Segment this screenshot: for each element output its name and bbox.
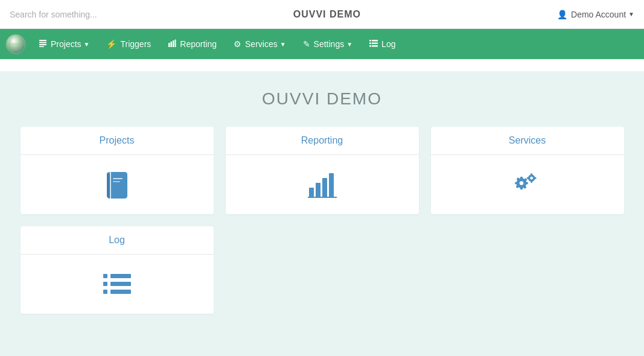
svg-rect-19 bbox=[309, 188, 314, 197]
account-label: Demo Account bbox=[571, 10, 626, 19]
search-input[interactable]: Search for something... bbox=[10, 10, 97, 19]
nav-menu: Projects ▼ ⚡ Triggers Reporting ⚙ Servic… bbox=[31, 36, 403, 53]
settings-nav-icon: ✎ bbox=[303, 39, 310, 49]
user-icon: 👤 bbox=[557, 10, 567, 19]
cards-row-2: Log bbox=[21, 226, 624, 314]
nav-log-label: Log bbox=[381, 39, 395, 49]
svg-rect-16 bbox=[372, 45, 378, 47]
nav-services-label: Services bbox=[245, 39, 278, 49]
services-card-body bbox=[431, 155, 624, 214]
log-nav-icon bbox=[369, 39, 378, 49]
cards-row-1: Projects Reporting bbox=[21, 127, 624, 214]
main-content: OUVVI DEMO Projects Reporting bbox=[0, 71, 644, 332]
projects-card-title: Projects bbox=[21, 127, 214, 155]
svg-rect-17 bbox=[113, 178, 123, 179]
svg-rect-21 bbox=[322, 178, 327, 197]
nav-settings[interactable]: ✎ Settings ▼ bbox=[296, 36, 360, 52]
main-title: OUVVI DEMO bbox=[12, 89, 632, 109]
services-nav-icon: ⚙ bbox=[234, 39, 241, 49]
services-caret-icon: ▼ bbox=[280, 41, 286, 48]
svg-rect-5 bbox=[39, 44, 46, 45]
svg-point-25 bbox=[519, 181, 523, 185]
svg-rect-8 bbox=[171, 42, 173, 47]
log-card-body bbox=[21, 255, 214, 314]
svg-rect-45 bbox=[110, 290, 131, 294]
topbar: Search for something... OUVVI DEMO 👤 Dem… bbox=[0, 0, 644, 29]
svg-point-35 bbox=[530, 177, 533, 180]
services-card[interactable]: Services bbox=[431, 127, 624, 214]
spacer bbox=[0, 59, 644, 71]
app-title: OUVVI DEMO bbox=[293, 9, 361, 20]
svg-rect-15 bbox=[369, 45, 371, 47]
projects-nav-icon bbox=[39, 39, 47, 49]
svg-rect-38 bbox=[531, 173, 532, 176]
svg-rect-42 bbox=[103, 282, 107, 286]
reporting-nav-icon bbox=[168, 39, 176, 49]
nav-reporting-label: Reporting bbox=[180, 39, 217, 49]
svg-rect-36 bbox=[526, 177, 529, 179]
projects-caret-icon: ▼ bbox=[84, 41, 90, 48]
reporting-card-body bbox=[226, 155, 419, 214]
nav-services[interactable]: ⚙ Services ▼ bbox=[226, 36, 293, 52]
svg-rect-3 bbox=[39, 40, 46, 41]
chart-icon bbox=[307, 170, 337, 200]
list-icon bbox=[102, 269, 132, 299]
svg-rect-44 bbox=[103, 290, 107, 294]
svg-rect-26 bbox=[515, 182, 519, 184]
svg-rect-14 bbox=[372, 42, 378, 44]
account-menu[interactable]: 👤 Demo Account ▼ bbox=[557, 10, 634, 19]
svg-rect-43 bbox=[110, 282, 131, 286]
gears-icon bbox=[512, 170, 543, 200]
nav-projects[interactable]: Projects ▼ bbox=[31, 36, 97, 53]
svg-rect-10 bbox=[175, 39, 176, 47]
svg-rect-12 bbox=[372, 40, 378, 42]
log-card[interactable]: Log bbox=[21, 226, 214, 314]
nav-projects-label: Projects bbox=[51, 39, 81, 49]
triggers-nav-icon: ⚡ bbox=[106, 39, 116, 49]
svg-rect-18 bbox=[113, 181, 120, 182]
caret-down-icon: ▼ bbox=[628, 11, 634, 17]
svg-rect-20 bbox=[316, 183, 320, 197]
svg-rect-7 bbox=[168, 43, 170, 47]
nav-log[interactable]: Log bbox=[362, 36, 403, 53]
reporting-card-title: Reporting bbox=[226, 127, 419, 155]
settings-caret-icon: ▼ bbox=[346, 41, 352, 48]
reporting-card[interactable]: Reporting bbox=[226, 127, 419, 214]
projects-card-body bbox=[21, 155, 214, 214]
nav-triggers-label: Triggers bbox=[120, 39, 151, 49]
log-card-title: Log bbox=[21, 226, 214, 255]
svg-rect-39 bbox=[531, 180, 532, 183]
svg-rect-27 bbox=[524, 182, 528, 184]
svg-rect-37 bbox=[534, 177, 537, 179]
svg-rect-11 bbox=[369, 40, 371, 42]
app-logo[interactable] bbox=[5, 33, 27, 55]
svg-rect-13 bbox=[369, 42, 371, 44]
services-card-title: Services bbox=[431, 127, 624, 155]
svg-rect-40 bbox=[103, 274, 107, 278]
navbar: Projects ▼ ⚡ Triggers Reporting ⚙ Servic… bbox=[0, 29, 644, 59]
svg-rect-9 bbox=[173, 40, 174, 47]
nav-reporting[interactable]: Reporting bbox=[161, 36, 224, 53]
svg-rect-41 bbox=[110, 274, 131, 278]
svg-rect-6 bbox=[39, 46, 44, 47]
projects-card[interactable]: Projects bbox=[21, 127, 214, 214]
svg-rect-22 bbox=[329, 173, 334, 197]
book-icon bbox=[102, 170, 132, 200]
svg-rect-29 bbox=[520, 186, 522, 190]
svg-rect-28 bbox=[520, 177, 522, 181]
svg-rect-4 bbox=[39, 42, 46, 43]
nav-triggers[interactable]: ⚡ Triggers bbox=[99, 36, 158, 52]
nav-settings-label: Settings bbox=[314, 39, 345, 49]
